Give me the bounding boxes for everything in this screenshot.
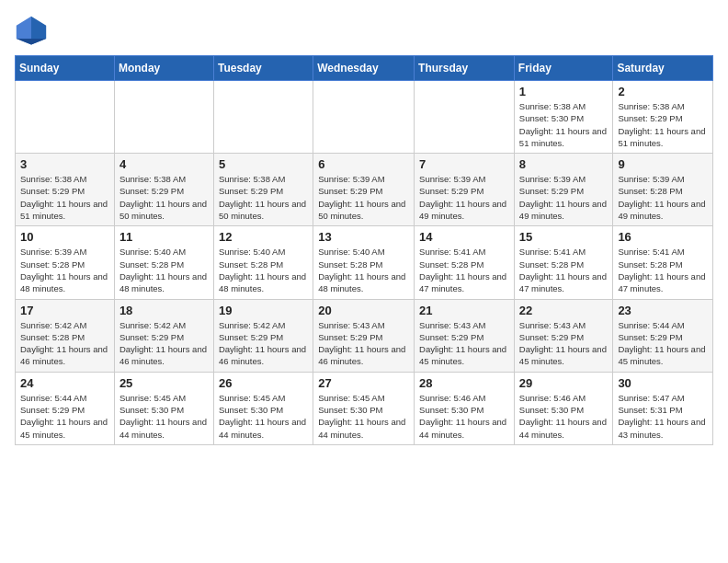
- day-cell: 9Sunrise: 5:39 AM Sunset: 5:28 PM Daylig…: [613, 154, 713, 226]
- day-cell: 2Sunrise: 5:38 AM Sunset: 5:29 PM Daylig…: [613, 81, 713, 154]
- day-number: 4: [119, 157, 209, 171]
- day-info: Sunrise: 5:44 AM Sunset: 5:29 PM Dayligh…: [20, 392, 109, 441]
- day-info: Sunrise: 5:44 AM Sunset: 5:29 PM Dayligh…: [618, 319, 708, 368]
- day-info: Sunrise: 5:43 AM Sunset: 5:29 PM Dayligh…: [519, 319, 609, 368]
- day-cell: 7Sunrise: 5:39 AM Sunset: 5:29 PM Daylig…: [415, 154, 515, 226]
- day-info: Sunrise: 5:39 AM Sunset: 5:28 PM Dayligh…: [20, 246, 109, 294]
- day-info: Sunrise: 5:42 AM Sunset: 5:28 PM Dayligh…: [20, 319, 109, 368]
- day-number: 3: [20, 157, 109, 171]
- day-number: 30: [618, 376, 708, 390]
- day-number: 6: [318, 157, 409, 171]
- day-cell: 14Sunrise: 5:41 AM Sunset: 5:28 PM Dayli…: [415, 226, 515, 299]
- day-cell: 27Sunrise: 5:45 AM Sunset: 5:30 PM Dayli…: [313, 372, 415, 444]
- day-cell: 26Sunrise: 5:45 AM Sunset: 5:30 PM Dayli…: [213, 372, 313, 444]
- day-info: Sunrise: 5:41 AM Sunset: 5:28 PM Dayligh…: [618, 246, 708, 294]
- day-cell: 3Sunrise: 5:38 AM Sunset: 5:29 PM Daylig…: [16, 154, 115, 226]
- day-info: Sunrise: 5:43 AM Sunset: 5:29 PM Dayligh…: [419, 319, 509, 368]
- day-number: 17: [20, 304, 109, 317]
- weekday-header-friday: Friday: [514, 56, 613, 81]
- day-number: 5: [219, 157, 308, 171]
- day-number: 29: [519, 376, 609, 390]
- day-cell: [313, 81, 415, 154]
- weekday-header-row: SundayMondayTuesdayWednesdayThursdayFrid…: [16, 56, 713, 81]
- day-number: 24: [20, 376, 109, 390]
- header: [15, 15, 713, 48]
- day-cell: 10Sunrise: 5:39 AM Sunset: 5:28 PM Dayli…: [16, 226, 115, 299]
- day-cell: 12Sunrise: 5:40 AM Sunset: 5:28 PM Dayli…: [213, 226, 313, 299]
- week-row-5: 24Sunrise: 5:44 AM Sunset: 5:29 PM Dayli…: [16, 372, 713, 444]
- day-number: 13: [318, 230, 409, 244]
- day-cell: 23Sunrise: 5:44 AM Sunset: 5:29 PM Dayli…: [613, 299, 713, 372]
- day-number: 12: [219, 230, 308, 244]
- day-number: 1: [519, 85, 609, 98]
- weekday-header-monday: Monday: [114, 56, 213, 81]
- weekday-header-thursday: Thursday: [415, 56, 515, 81]
- week-row-4: 17Sunrise: 5:42 AM Sunset: 5:28 PM Dayli…: [16, 299, 713, 372]
- calendar: SundayMondayTuesdayWednesdayThursdayFrid…: [15, 55, 713, 445]
- day-info: Sunrise: 5:38 AM Sunset: 5:29 PM Dayligh…: [219, 173, 308, 222]
- day-number: 19: [219, 304, 308, 317]
- day-cell: 17Sunrise: 5:42 AM Sunset: 5:28 PM Dayli…: [16, 299, 115, 372]
- day-number: 26: [219, 376, 308, 390]
- logo: [15, 15, 53, 48]
- day-cell: 15Sunrise: 5:41 AM Sunset: 5:28 PM Dayli…: [514, 226, 613, 299]
- weekday-header-sunday: Sunday: [16, 56, 115, 81]
- day-cell: 30Sunrise: 5:47 AM Sunset: 5:31 PM Dayli…: [613, 372, 713, 444]
- day-cell: 24Sunrise: 5:44 AM Sunset: 5:29 PM Dayli…: [16, 372, 115, 444]
- day-cell: 18Sunrise: 5:42 AM Sunset: 5:29 PM Dayli…: [114, 299, 213, 372]
- day-cell: 4Sunrise: 5:38 AM Sunset: 5:29 PM Daylig…: [114, 154, 213, 226]
- day-cell: 1Sunrise: 5:38 AM Sunset: 5:30 PM Daylig…: [514, 81, 613, 154]
- day-cell: 16Sunrise: 5:41 AM Sunset: 5:28 PM Dayli…: [613, 226, 713, 299]
- day-number: 8: [519, 157, 609, 171]
- day-cell: 13Sunrise: 5:40 AM Sunset: 5:28 PM Dayli…: [313, 226, 415, 299]
- day-number: 27: [318, 376, 409, 390]
- day-number: 14: [419, 230, 509, 244]
- day-number: 10: [20, 230, 109, 244]
- day-number: 20: [318, 304, 409, 317]
- weekday-header-saturday: Saturday: [613, 56, 713, 81]
- week-row-1: 1Sunrise: 5:38 AM Sunset: 5:30 PM Daylig…: [16, 81, 713, 154]
- day-info: Sunrise: 5:43 AM Sunset: 5:29 PM Dayligh…: [318, 319, 409, 368]
- day-cell: 25Sunrise: 5:45 AM Sunset: 5:30 PM Dayli…: [114, 372, 213, 444]
- day-info: Sunrise: 5:39 AM Sunset: 5:29 PM Dayligh…: [318, 173, 409, 222]
- day-number: 15: [519, 230, 609, 244]
- day-number: 7: [419, 157, 509, 171]
- day-info: Sunrise: 5:39 AM Sunset: 5:28 PM Dayligh…: [618, 173, 708, 222]
- day-cell: 28Sunrise: 5:46 AM Sunset: 5:30 PM Dayli…: [415, 372, 515, 444]
- day-cell: 6Sunrise: 5:39 AM Sunset: 5:29 PM Daylig…: [313, 154, 415, 226]
- day-cell: [415, 81, 515, 154]
- svg-marker-3: [17, 39, 46, 44]
- day-info: Sunrise: 5:45 AM Sunset: 5:30 PM Dayligh…: [219, 392, 308, 441]
- day-info: Sunrise: 5:45 AM Sunset: 5:30 PM Dayligh…: [119, 392, 209, 441]
- day-info: Sunrise: 5:46 AM Sunset: 5:30 PM Dayligh…: [519, 392, 609, 441]
- day-number: 11: [119, 230, 209, 244]
- day-info: Sunrise: 5:40 AM Sunset: 5:28 PM Dayligh…: [219, 246, 308, 294]
- logo-icon: [15, 15, 48, 48]
- day-cell: 21Sunrise: 5:43 AM Sunset: 5:29 PM Dayli…: [415, 299, 515, 372]
- week-row-3: 10Sunrise: 5:39 AM Sunset: 5:28 PM Dayli…: [16, 226, 713, 299]
- day-cell: 8Sunrise: 5:39 AM Sunset: 5:29 PM Daylig…: [514, 154, 613, 226]
- day-info: Sunrise: 5:41 AM Sunset: 5:28 PM Dayligh…: [419, 246, 509, 294]
- day-info: Sunrise: 5:47 AM Sunset: 5:31 PM Dayligh…: [618, 392, 708, 441]
- day-info: Sunrise: 5:45 AM Sunset: 5:30 PM Dayligh…: [318, 392, 409, 441]
- day-info: Sunrise: 5:46 AM Sunset: 5:30 PM Dayligh…: [419, 392, 509, 441]
- day-info: Sunrise: 5:42 AM Sunset: 5:29 PM Dayligh…: [119, 319, 209, 368]
- day-cell: 5Sunrise: 5:38 AM Sunset: 5:29 PM Daylig…: [213, 154, 313, 226]
- day-number: 25: [119, 376, 209, 390]
- day-info: Sunrise: 5:40 AM Sunset: 5:28 PM Dayligh…: [119, 246, 209, 294]
- day-info: Sunrise: 5:41 AM Sunset: 5:28 PM Dayligh…: [519, 246, 609, 294]
- day-info: Sunrise: 5:39 AM Sunset: 5:29 PM Dayligh…: [519, 173, 609, 222]
- day-info: Sunrise: 5:38 AM Sunset: 5:29 PM Dayligh…: [20, 173, 109, 222]
- day-number: 18: [119, 304, 209, 317]
- weekday-header-tuesday: Tuesday: [213, 56, 313, 81]
- day-cell: 29Sunrise: 5:46 AM Sunset: 5:30 PM Dayli…: [514, 372, 613, 444]
- day-number: 9: [618, 157, 708, 171]
- day-cell: 11Sunrise: 5:40 AM Sunset: 5:28 PM Dayli…: [114, 226, 213, 299]
- day-info: Sunrise: 5:42 AM Sunset: 5:29 PM Dayligh…: [219, 319, 308, 368]
- day-info: Sunrise: 5:39 AM Sunset: 5:29 PM Dayligh…: [419, 173, 509, 222]
- day-number: 23: [618, 304, 708, 317]
- day-number: 2: [618, 85, 708, 98]
- weekday-header-wednesday: Wednesday: [313, 56, 415, 81]
- day-cell: 20Sunrise: 5:43 AM Sunset: 5:29 PM Dayli…: [313, 299, 415, 372]
- day-cell: 19Sunrise: 5:42 AM Sunset: 5:29 PM Dayli…: [213, 299, 313, 372]
